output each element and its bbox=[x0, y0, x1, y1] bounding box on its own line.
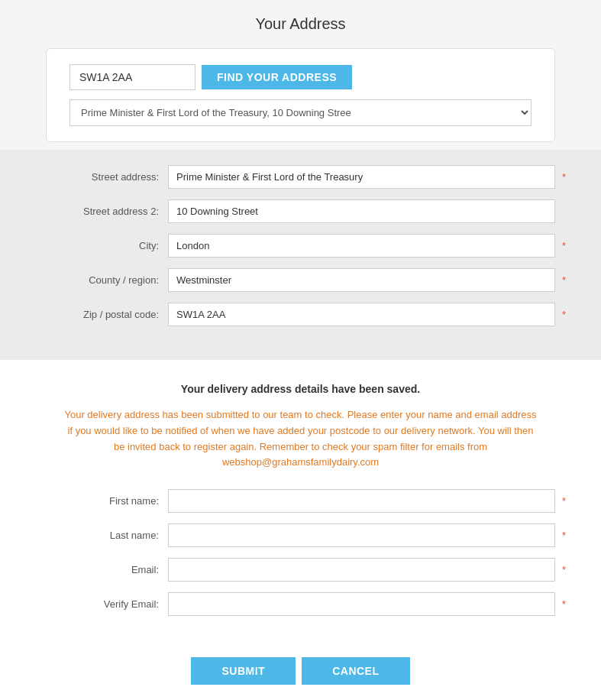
last-name-row: Last name: * bbox=[46, 523, 555, 547]
street-address-label: Street address: bbox=[46, 165, 168, 183]
first-name-row: First name: * bbox=[46, 489, 555, 513]
first-name-input[interactable] bbox=[168, 489, 555, 513]
zip-required: * bbox=[562, 309, 566, 320]
street-address2-row: Street address 2: bbox=[46, 199, 555, 223]
county-input[interactable] bbox=[168, 268, 555, 292]
saved-message: Your delivery address details have been … bbox=[46, 383, 555, 395]
verify-email-label: Verify Email: bbox=[46, 592, 168, 610]
street-address2-label: Street address 2: bbox=[46, 199, 168, 217]
county-wrapper: * bbox=[168, 268, 555, 292]
city-wrapper: * bbox=[168, 234, 555, 258]
delivery-section: Your delivery address details have been … bbox=[0, 360, 601, 642]
county-row: County / region: * bbox=[46, 268, 555, 292]
address-select[interactable]: Prime Minister & First Lord of the Treas… bbox=[69, 99, 532, 126]
last-name-label: Last name: bbox=[46, 523, 168, 541]
street-address2-input[interactable] bbox=[168, 199, 555, 223]
notification-message: Your delivery address has been submitted… bbox=[46, 407, 555, 471]
address-finder-section: Your Address FIND YOUR ADDRESS Prime Min… bbox=[0, 0, 601, 150]
email-input[interactable] bbox=[168, 558, 555, 582]
address-form-section: Street address: * Street address 2: City… bbox=[0, 150, 601, 360]
city-row: City: * bbox=[46, 234, 555, 258]
city-label: City: bbox=[46, 234, 168, 251]
street-address-row: Street address: * bbox=[46, 165, 555, 189]
first-name-wrapper: * bbox=[168, 489, 555, 513]
zip-row: Zip / postal code: * bbox=[46, 303, 555, 326]
page-container: Your Address FIND YOUR ADDRESS Prime Min… bbox=[0, 0, 601, 700]
finder-card: FIND YOUR ADDRESS Prime Minister & First… bbox=[46, 48, 555, 142]
zip-input[interactable] bbox=[168, 303, 555, 326]
buttons-section: SUBMIT CANCEL bbox=[0, 642, 601, 700]
last-name-required: * bbox=[562, 530, 566, 541]
email-label: Email: bbox=[46, 558, 168, 575]
city-input[interactable] bbox=[168, 234, 555, 258]
street-address2-wrapper bbox=[168, 199, 555, 223]
last-name-wrapper: * bbox=[168, 523, 555, 547]
county-label: County / region: bbox=[46, 268, 168, 286]
email-wrapper: * bbox=[168, 558, 555, 582]
verify-email-required: * bbox=[562, 598, 566, 610]
county-required: * bbox=[562, 274, 566, 286]
city-required: * bbox=[562, 240, 566, 251]
last-name-input[interactable] bbox=[168, 523, 555, 547]
zip-label: Zip / postal code: bbox=[46, 303, 168, 320]
verify-email-wrapper: * bbox=[168, 592, 555, 616]
email-row: Email: * bbox=[46, 558, 555, 582]
verify-email-input[interactable] bbox=[168, 592, 555, 616]
page-title: Your Address bbox=[46, 15, 555, 33]
cancel-button[interactable]: CANCEL bbox=[302, 657, 409, 685]
email-required: * bbox=[562, 564, 566, 575]
street-address-required: * bbox=[562, 171, 566, 183]
submit-button[interactable]: SUBMIT bbox=[191, 657, 296, 685]
postcode-input[interactable] bbox=[69, 64, 195, 90]
first-name-required: * bbox=[562, 495, 566, 507]
street-address-wrapper: * bbox=[168, 165, 555, 189]
finder-row: FIND YOUR ADDRESS bbox=[69, 64, 532, 90]
street-address-input[interactable] bbox=[168, 165, 555, 189]
zip-wrapper: * bbox=[168, 303, 555, 326]
first-name-label: First name: bbox=[46, 489, 168, 507]
verify-email-row: Verify Email: * bbox=[46, 592, 555, 616]
find-address-button[interactable]: FIND YOUR ADDRESS bbox=[202, 65, 352, 89]
